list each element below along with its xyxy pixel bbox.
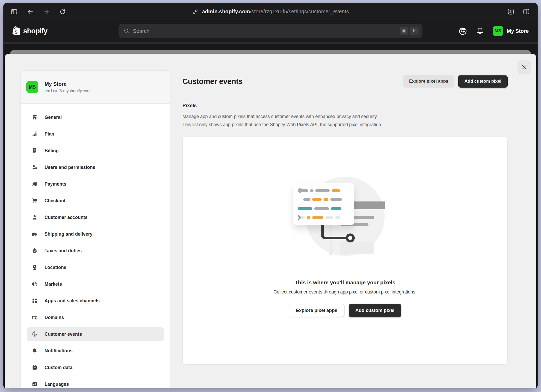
sidebar-item-markets[interactable]: $Markets xyxy=(27,277,164,291)
sidebar-item-label: Notifications xyxy=(45,348,72,354)
cart-icon xyxy=(32,198,38,204)
store-domain: rzq1xu-f5.myshopify.com xyxy=(45,89,91,93)
store-avatar: MS xyxy=(26,81,38,93)
explore-pixel-apps-button-empty[interactable]: Explore pixel apps xyxy=(289,304,344,317)
add-custom-pixel-button[interactable]: Add custom pixel xyxy=(458,75,508,88)
sidebar-item-apps[interactable]: Apps and sales channels xyxy=(27,294,164,308)
shopify-header: S shopify Search ⌘ K MS My Store xyxy=(3,20,538,42)
sidebar-item-label: Custom data xyxy=(45,365,72,370)
close-icon xyxy=(521,64,527,70)
billing-receipt-icon: $ xyxy=(32,148,38,154)
storefront-icon xyxy=(32,114,38,120)
svg-text:$: $ xyxy=(34,149,35,152)
notification-bell-icon[interactable] xyxy=(476,27,484,35)
close-button[interactable] xyxy=(518,60,531,74)
map-pin-icon xyxy=(32,264,38,271)
sidebar-item-label: Locations xyxy=(45,265,66,270)
sidebar-item-label: Shipping and delivery xyxy=(45,231,93,237)
sidebar-item-billing[interactable]: $Billing xyxy=(27,144,164,157)
search-placeholder: Search xyxy=(133,28,398,34)
pixels-illustration xyxy=(183,137,507,268)
apps-grid-icon xyxy=(32,298,38,304)
sidebar-item-users[interactable]: Users and permissions xyxy=(27,161,164,174)
chevron-left-icon xyxy=(298,188,301,193)
sidebar-item-customer-accounts[interactable]: Customer accounts xyxy=(27,211,164,224)
sidebar-item-payments[interactable]: Payments xyxy=(27,177,164,191)
browser-toolbar: admin.shopify.com/store/rzq1xu-f5/settin… xyxy=(3,3,538,20)
plan-chart-icon xyxy=(32,131,38,137)
svg-text:$: $ xyxy=(35,284,37,287)
dimmed-page-edge xyxy=(3,42,538,44)
domain-window-icon xyxy=(32,314,38,321)
app-pixels-link[interactable]: app pixels xyxy=(223,122,244,127)
description-line1: Manage app and custom pixels that access… xyxy=(182,114,378,119)
link-icon xyxy=(192,9,198,15)
url-path: /store/rzq1xu-f5/settings/customer_event… xyxy=(250,9,349,14)
reload-icon[interactable] xyxy=(59,8,66,15)
globe-dollar-icon: $ xyxy=(32,281,38,287)
empty-state-title: This is where you’ll manage your pixels xyxy=(183,279,507,286)
url-host: admin.shopify.com xyxy=(202,9,250,14)
sidebar-item-label: Payments xyxy=(45,181,66,187)
description-line2-end: that use the Shopify Web Pixels API, the… xyxy=(243,122,382,127)
shopify-logo[interactable]: S shopify xyxy=(3,26,47,36)
account-name[interactable]: My Store xyxy=(507,28,529,34)
sidebar-item-shipping[interactable]: Shipping and delivery xyxy=(27,227,164,241)
account-avatar[interactable]: MS xyxy=(493,26,503,36)
code-card xyxy=(293,183,354,225)
k-key-badge: K xyxy=(410,27,419,35)
data-block-icon xyxy=(32,364,38,371)
forward-icon[interactable] xyxy=(43,8,50,15)
settings-main: Customer events Explore pixel apps Add c… xyxy=(170,54,536,388)
svg-text:S: S xyxy=(15,30,17,35)
sidebar-item-label: General xyxy=(45,115,62,120)
person-icon xyxy=(32,214,38,220)
sidebar-item-label: Apps and sales channels xyxy=(45,298,100,304)
sidebar-item-plan[interactable]: Plan xyxy=(27,127,164,141)
svg-text:A: A xyxy=(33,383,35,386)
sidebar-item-notifications[interactable]: Notifications xyxy=(27,344,164,358)
sidebar-item-checkout[interactable]: Checkout xyxy=(27,194,164,207)
split-view-icon[interactable] xyxy=(523,8,530,15)
tune-icon[interactable] xyxy=(507,8,514,15)
users-lock-icon xyxy=(32,164,38,170)
sidebar-item-label: Domains xyxy=(45,315,64,320)
explore-pixel-apps-button[interactable]: Explore pixel apps xyxy=(403,75,454,88)
store-name: My Store xyxy=(45,81,91,87)
store-card: MS My Store rzq1xu-f5.myshopify.com xyxy=(21,71,170,104)
search-input[interactable]: Search ⌘ K xyxy=(119,24,422,38)
admin-content: MS My Store rzq1xu-f5.myshopify.com Gene… xyxy=(3,42,538,388)
truck-icon xyxy=(32,231,38,237)
sidebar-item-label: Customer accounts xyxy=(45,215,88,220)
sidebar-item-label: Plan xyxy=(45,131,54,137)
url-bar[interactable]: admin.shopify.com/store/rzq1xu-f5/settin… xyxy=(192,3,349,20)
shopify-wordmark: shopify xyxy=(23,27,47,35)
sidekick-icon[interactable] xyxy=(458,27,467,35)
pixels-section-description: Manage app and custom pixels that access… xyxy=(182,113,508,129)
back-icon[interactable] xyxy=(27,8,34,15)
sidebar-item-general[interactable]: General xyxy=(27,111,164,124)
sidebar-item-languages[interactable]: ALanguages xyxy=(27,377,164,388)
payments-card-icon xyxy=(32,181,38,187)
empty-state-subtitle: Collect customer events through app pixe… xyxy=(183,289,507,295)
sidebar-item-taxes[interactable]: Taxes and duties xyxy=(27,244,164,258)
sidebar-item-locations[interactable]: Locations xyxy=(27,261,164,274)
money-bag-icon xyxy=(32,248,38,254)
sidebar-item-label: Markets xyxy=(45,281,62,287)
sidebar-item-custom-data[interactable]: Custom data xyxy=(27,361,164,374)
sidebar-item-label: Checkout xyxy=(45,198,66,204)
sidebar-item-label: Taxes and duties xyxy=(45,248,82,254)
sidebar-toggle-icon[interactable] xyxy=(11,8,17,15)
connector-line xyxy=(319,223,361,246)
sidebar-item-domains[interactable]: Domains xyxy=(27,311,164,324)
settings-sidebar: MS My Store rzq1xu-f5.myshopify.com Gene… xyxy=(20,70,170,388)
settings-modal: MS My Store rzq1xu-f5.myshopify.com Gene… xyxy=(5,54,536,388)
sidebar-item-label: Users and permissions xyxy=(45,165,95,170)
chevron-right-icon xyxy=(298,215,301,220)
settings-nav: GeneralPlan$BillingUsers and permissions… xyxy=(21,104,170,388)
sidebar-item-label: Customer events xyxy=(45,332,82,337)
sidebar-item-customer-events[interactable]: Customer events xyxy=(27,327,164,341)
description-line2: This list only shows xyxy=(182,122,223,127)
add-custom-pixel-button-empty[interactable]: Add custom pixel xyxy=(349,304,401,317)
translate-icon: A xyxy=(32,381,38,387)
